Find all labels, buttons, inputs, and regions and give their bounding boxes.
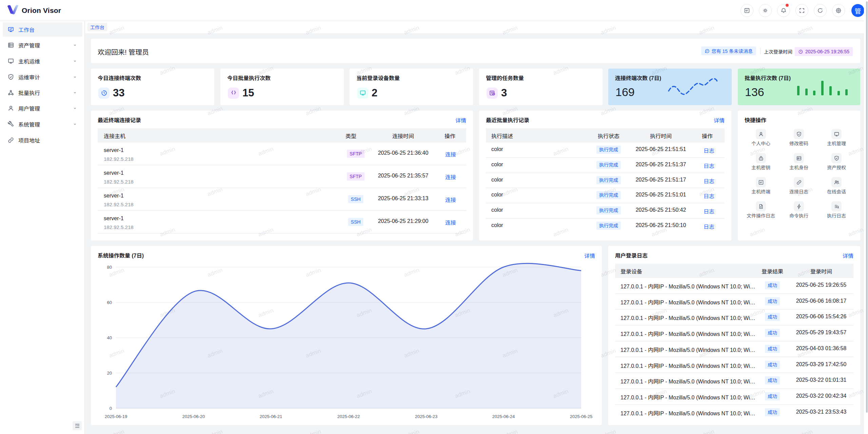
svg-text:2025-06-23: 2025-06-23 (415, 414, 438, 419)
svg-text:admin: admin (305, 428, 322, 434)
svg-text:2025-06-25: 2025-06-25 (570, 414, 593, 419)
svg-text:2025-06-21: 2025-06-21 (260, 414, 282, 419)
svg-text:0: 0 (110, 406, 112, 411)
svg-text:admin: admin (501, 428, 518, 434)
svg-text:admin: admin (206, 428, 223, 434)
svg-text:admin: admin (796, 428, 813, 434)
svg-text:2025-06-19: 2025-06-19 (105, 414, 127, 419)
svg-text:20: 20 (107, 371, 112, 376)
svg-text:admin: admin (600, 428, 617, 434)
svg-text:2025-06-22: 2025-06-22 (337, 414, 360, 419)
svg-text:60: 60 (107, 300, 112, 305)
svg-text:2025-06-20: 2025-06-20 (182, 414, 205, 419)
svg-text:admin: admin (403, 428, 420, 434)
svg-text:80: 80 (107, 265, 112, 270)
svg-text:admin: admin (108, 428, 125, 434)
svg-text:admin: admin (698, 428, 715, 434)
svg-text:2025-06-24: 2025-06-24 (492, 414, 515, 419)
svg-text:40: 40 (107, 335, 112, 340)
